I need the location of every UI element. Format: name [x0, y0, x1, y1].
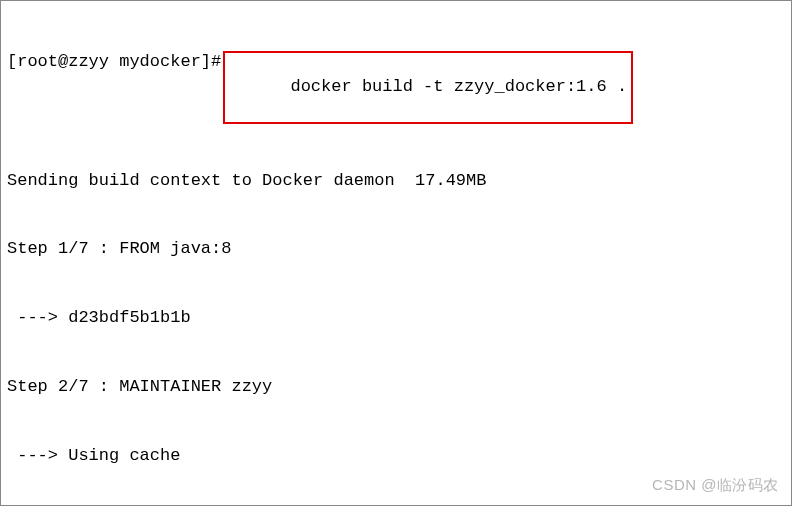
terminal-output: [root@zzyy mydocker]# docker build -t zz… — [1, 1, 791, 506]
command-text: docker build -t zzyy_docker:1.6 . — [290, 77, 627, 96]
watermark-text: CSDN @临汾码农 — [652, 475, 779, 495]
output-line: Step 2/7 : MAINTAINER zzyy — [7, 376, 785, 399]
command-line: [root@zzyy mydocker]# docker build -t zz… — [7, 51, 785, 124]
output-line: ---> Using cache — [7, 445, 785, 468]
output-line: ---> d23bdf5b1b1b — [7, 307, 785, 330]
shell-prompt: [root@zzyy mydocker]# — [7, 51, 221, 74]
output-line: Step 1/7 : FROM java:8 — [7, 238, 785, 261]
output-line: Sending build context to Docker daemon 1… — [7, 170, 785, 193]
command-highlight: docker build -t zzyy_docker:1.6 . — [223, 51, 633, 124]
